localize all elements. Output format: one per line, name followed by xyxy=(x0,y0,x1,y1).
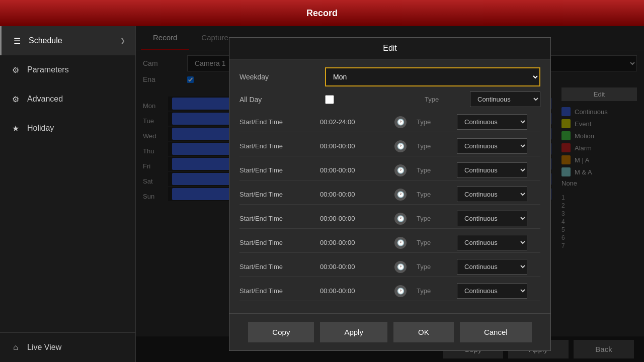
type-label-5: Type xyxy=(417,239,457,246)
edit-modal: Edit Weekday Mon Tue Wed Thu Fri Sat Sun xyxy=(229,37,551,351)
sidebar-item-parameters[interactable]: ⚙ Parameters xyxy=(0,55,135,84)
modal-footer: Copy Apply OK Cancel xyxy=(229,313,550,350)
type-label-3: Type xyxy=(417,191,457,198)
clock-icon-4[interactable]: 🕐 xyxy=(394,213,407,225)
type-label-2: Type xyxy=(417,166,457,174)
time-label-7: Start/End Time xyxy=(239,287,320,295)
type-select-2[interactable]: Continuous xyxy=(457,162,527,178)
time-label-5: Start/End Time xyxy=(239,239,320,246)
sidebar-item-schedule[interactable]: ☰ Schedule ❯ xyxy=(0,26,135,55)
sidebar-bottom: ⌂ Live View xyxy=(0,332,135,362)
top-bar: Record xyxy=(0,0,644,26)
time-row-0: Start/End Time 00:02-24:00 🕐 Type Contin… xyxy=(239,112,540,132)
clock-icon-0[interactable]: 🕐 xyxy=(394,116,407,128)
clock-icon-3[interactable]: 🕐 xyxy=(394,189,407,201)
time-label-0: Start/End Time xyxy=(239,118,320,126)
main-layout: ☰ Schedule ❯ ⚙ Parameters ⚙ Advanced ★ H… xyxy=(0,26,644,362)
sidebar-item-label: Schedule xyxy=(29,36,62,45)
modal-ok-button[interactable]: OK xyxy=(393,322,454,342)
weekday-label: Weekday xyxy=(239,73,320,81)
type-select-7[interactable]: Continuous xyxy=(457,283,527,299)
parameters-icon: ⚙ xyxy=(10,64,21,75)
weekday-select[interactable]: Mon Tue Wed Thu Fri Sat Sun xyxy=(325,67,540,86)
sidebar-item-holiday[interactable]: ★ Holiday xyxy=(0,114,135,143)
time-row-7: Start/End Time 00:00-00:00 🕐 Type Contin… xyxy=(239,281,540,301)
allday-checkbox[interactable] xyxy=(325,95,334,104)
weekday-row: Weekday Mon Tue Wed Thu Fri Sat Sun xyxy=(239,67,540,86)
schedule-icon: ☰ xyxy=(12,35,23,46)
modal-overlay: Edit Weekday Mon Tue Wed Thu Fri Sat Sun xyxy=(136,26,644,362)
clock-icon-5[interactable]: 🕐 xyxy=(394,237,407,249)
time-row-6: Start/End Time 00:00-00:00 🕐 Type Contin… xyxy=(239,257,540,277)
modal-apply-button[interactable]: Apply xyxy=(320,322,387,342)
type-select-1[interactable]: Continuous xyxy=(457,138,527,154)
type-label-0: Type xyxy=(417,118,457,126)
modal-body: Weekday Mon Tue Wed Thu Fri Sat Sun xyxy=(229,59,550,313)
sidebar-item-label: Live View xyxy=(27,343,61,352)
time-label-3: Start/End Time xyxy=(239,191,320,198)
time-value-0: 00:02-24:00 xyxy=(320,118,390,126)
modal-copy-button[interactable]: Copy xyxy=(248,322,314,342)
chevron-right-icon: ❯ xyxy=(120,37,125,44)
type-label-1: Type xyxy=(417,142,457,150)
clock-icon-1[interactable]: 🕐 xyxy=(394,140,407,152)
type-header-label: Type xyxy=(425,96,465,103)
clock-icon-6[interactable]: 🕐 xyxy=(394,261,407,273)
clock-icon-7[interactable]: 🕐 xyxy=(394,285,407,297)
time-label-2: Start/End Time xyxy=(239,166,320,174)
time-value-3: 00:00-00:00 xyxy=(320,191,390,198)
type-label-4: Type xyxy=(417,215,457,222)
time-value-5: 00:00-00:00 xyxy=(320,239,390,246)
type-select-4[interactable]: Continuous xyxy=(457,211,527,226)
type-select-3[interactable]: Continuous xyxy=(457,187,527,202)
sidebar: ☰ Schedule ❯ ⚙ Parameters ⚙ Advanced ★ H… xyxy=(0,26,136,362)
sidebar-item-label: Parameters xyxy=(27,65,69,74)
time-row-4: Start/End Time 00:00-00:00 🕐 Type Contin… xyxy=(239,209,540,229)
time-value-1: 00:00-00:00 xyxy=(320,142,390,150)
time-row-2: Start/End Time 00:00-00:00 🕐 Type Contin… xyxy=(239,160,540,180)
type-select-6[interactable]: Continuous xyxy=(457,259,527,275)
modal-cancel-button[interactable]: Cancel xyxy=(460,322,532,342)
sidebar-item-label: Holiday xyxy=(27,124,54,133)
allday-row: All Day Type Continuous Event Motion Ala… xyxy=(239,92,540,107)
time-value-4: 00:00-00:00 xyxy=(320,215,390,222)
sidebar-item-advanced[interactable]: ⚙ Advanced xyxy=(0,84,135,114)
type-select-0[interactable]: Continuous xyxy=(457,114,527,130)
sidebar-item-liveview[interactable]: ⌂ Live View xyxy=(0,332,135,362)
time-value-7: 00:00-00:00 xyxy=(320,287,390,295)
sidebar-item-label: Advanced xyxy=(27,95,63,104)
time-value-2: 00:00-00:00 xyxy=(320,166,390,174)
holiday-icon: ★ xyxy=(10,123,21,134)
content-area: Record Capture Cam Camera 1 Ena xyxy=(136,26,644,362)
time-label-1: Start/End Time xyxy=(239,142,320,150)
type-label-7: Type xyxy=(417,287,457,295)
time-row-3: Start/End Time 00:00-00:00 🕐 Type Contin… xyxy=(239,185,540,205)
type-select-5[interactable]: Continuous xyxy=(457,235,527,250)
time-value-6: 00:00-00:00 xyxy=(320,263,390,270)
type-select-allday[interactable]: Continuous Event Motion Alarm xyxy=(470,92,540,107)
home-icon: ⌂ xyxy=(10,342,21,353)
time-row-5: Start/End Time 00:00-00:00 🕐 Type Contin… xyxy=(239,233,540,253)
type-label-6: Type xyxy=(417,263,457,270)
app-title: Record xyxy=(306,8,338,19)
time-label-6: Start/End Time xyxy=(239,263,320,270)
clock-icon-2[interactable]: 🕐 xyxy=(394,164,407,176)
time-label-4: Start/End Time xyxy=(239,215,320,222)
advanced-icon: ⚙ xyxy=(10,94,21,105)
allday-label: All Day xyxy=(239,96,320,104)
time-row-1: Start/End Time 00:00-00:00 🕐 Type Contin… xyxy=(239,136,540,156)
modal-title: Edit xyxy=(229,38,550,59)
